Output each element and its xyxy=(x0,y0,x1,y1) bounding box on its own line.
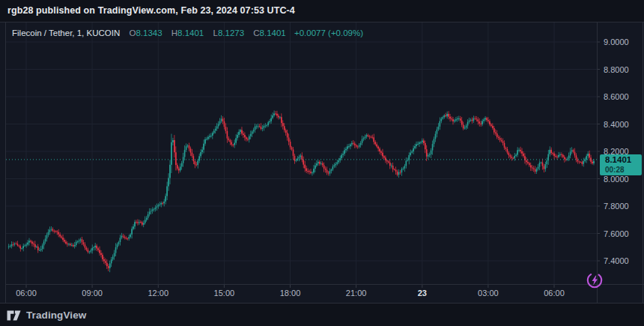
price-axis-label: 8.8000 xyxy=(604,64,643,76)
tradingview-logo-icon[interactable] xyxy=(7,310,22,321)
time-axis-label: 23 xyxy=(400,288,445,299)
symbol-title[interactable]: Filecoin / Tether, 1, KUCOIN xyxy=(12,28,120,37)
time-axis-label: 21:00 xyxy=(334,288,379,299)
time-axis-label: 03:00 xyxy=(466,288,511,299)
time-axis-separator[interactable] xyxy=(5,284,644,285)
pane-left-border xyxy=(5,22,6,304)
attribution-text: rgb28 published on TradingView.com, Feb … xyxy=(7,5,295,16)
pane-right-border xyxy=(643,22,643,304)
footer-brand[interactable]: TradingView xyxy=(26,310,86,321)
price-axis-label: 7.4000 xyxy=(604,255,643,267)
candlestick-chart[interactable] xyxy=(0,22,644,304)
bar-countdown: 00:28 xyxy=(605,165,642,175)
time-axis-label: 15:00 xyxy=(201,288,246,299)
time-axis-label: 06:00 xyxy=(4,288,49,299)
open-value: 8.1343 xyxy=(136,28,162,37)
symbol-legend: Filecoin / Tether, 1, KUCOIN O8.1343 H8.… xyxy=(12,25,363,41)
tradingview-snapshot: rgb28 published on TradingView.com, Feb … xyxy=(0,0,644,326)
attribution-bar: rgb28 published on TradingView.com, Feb … xyxy=(0,0,644,22)
change-value: +0.0077 (+0.09%) xyxy=(294,28,363,37)
high-value: 8.1401 xyxy=(177,28,204,37)
time-axis-label: 12:00 xyxy=(136,288,180,299)
price-axis-separator[interactable] xyxy=(597,22,598,304)
last-price-value: 8.1401 xyxy=(605,155,642,165)
price-axis-label: 7.8000 xyxy=(604,200,643,212)
high-label: H xyxy=(171,28,177,37)
low-value: 8.1273 xyxy=(218,28,244,37)
time-axis-label: 18:00 xyxy=(268,288,313,299)
price-axis-label: 9.0000 xyxy=(604,36,643,48)
last-price-badge: 8.1401 00:28 xyxy=(600,154,642,175)
time-axis-label: 09:00 xyxy=(70,288,115,299)
close-label: C xyxy=(253,28,259,37)
chart-widget: Filecoin / Tether, 1, KUCOIN O8.1343 H8.… xyxy=(0,22,644,304)
price-axis-label: 7.6000 xyxy=(604,228,643,240)
time-axis-label: 06:00 xyxy=(532,288,577,299)
footer-bar: TradingView xyxy=(0,304,644,326)
lightning-circle-icon[interactable] xyxy=(585,271,604,290)
price-axis-label: 8.6000 xyxy=(604,91,643,103)
price-axis-label: 8.4000 xyxy=(604,118,643,130)
close-value: 8.1401 xyxy=(260,28,286,37)
